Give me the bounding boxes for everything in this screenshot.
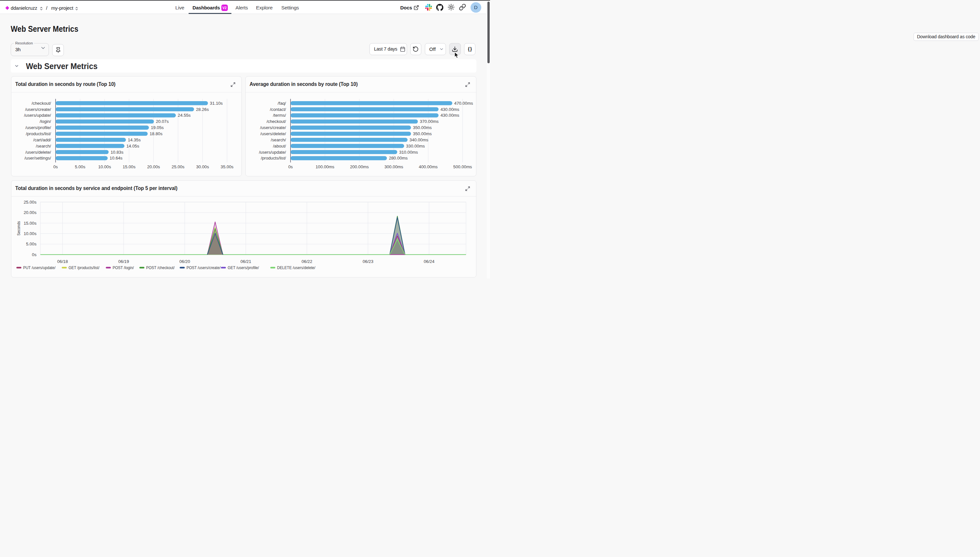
svg-text:370.00ms: 370.00ms [420,119,439,124]
svg-text:30.00s: 30.00s [196,164,209,169]
svg-text:310.00ms: 310.00ms [399,150,418,155]
svg-text:430.00ms: 430.00ms [440,107,459,112]
svg-text:15.00s: 15.00s [23,221,36,226]
svg-text:18.80s: 18.80s [150,131,163,136]
svg-text:20.07s: 20.07s [156,119,169,124]
svg-text:06/21: 06/21 [240,259,251,264]
svg-text:POST /checkout/: POST /checkout/ [146,265,175,270]
svg-text:/users/create/: /users/create/ [260,125,286,130]
svg-text:430.00ms: 430.00ms [440,113,459,118]
svg-text:/users/profile/: /users/profile/ [25,125,51,130]
svg-text:/terms/: /terms/ [273,113,286,118]
svg-text:14.35s: 14.35s [128,137,141,142]
svg-text:25.00s: 25.00s [23,200,36,205]
svg-text:PUT /users/update/: PUT /users/update/ [23,265,55,270]
svg-text:15.00s: 15.00s [122,164,135,169]
svg-text:06/24: 06/24 [424,259,434,264]
svg-text:POST /users/create/: POST /users/create/ [186,265,220,270]
svg-text:/users/delete/: /users/delete/ [25,150,51,155]
svg-text:06/22: 06/22 [301,259,312,264]
svg-text:200.00ms: 200.00ms [350,164,369,169]
svg-text:340.00ms: 340.00ms [409,137,428,142]
svg-text:25.00s: 25.00s [171,164,184,169]
svg-text:20.00s: 20.00s [147,164,160,169]
svg-text:31.10s: 31.10s [210,101,223,106]
svg-text:06/23: 06/23 [362,259,373,264]
svg-text:0s: 0s [288,164,293,169]
svg-text:5.00s: 5.00s [26,241,37,246]
svg-text:0s: 0s [32,252,36,257]
svg-text:28.26s: 28.26s [196,107,209,112]
svg-text:/users/update/: /users/update/ [24,113,51,118]
svg-text:300.00ms: 300.00ms [384,164,403,169]
svg-text:330.00ms: 330.00ms [406,143,425,148]
svg-text:/users/update/: /users/update/ [258,150,286,155]
svg-text:GET /users/profile/: GET /users/profile/ [228,265,259,270]
svg-text:/search/: /search/ [36,143,51,148]
svg-text:06/20: 06/20 [179,259,190,264]
svg-text:GET /products/list/: GET /products/list/ [68,265,99,270]
svg-text:/products/list/: /products/list/ [26,131,51,136]
svg-text:5.00s: 5.00s [75,164,85,169]
svg-text:400.00ms: 400.00ms [419,164,437,169]
svg-text:14.05s: 14.05s [126,143,139,148]
svg-text:350.00ms: 350.00ms [413,131,432,136]
svg-text:350.00ms: 350.00ms [413,125,432,130]
svg-text:/search/: /search/ [271,137,286,142]
svg-text:/contact/: /contact/ [270,107,286,112]
svg-text:/about/: /about/ [273,143,286,148]
svg-text:10.00s: 10.00s [98,164,111,169]
svg-text:470.00ms: 470.00ms [454,101,473,106]
svg-text:POST /login/: POST /login/ [112,265,134,270]
svg-text:/checkout/: /checkout/ [31,101,51,106]
svg-text:06/18: 06/18 [57,259,68,264]
svg-text:20.00s: 20.00s [23,210,36,215]
svg-text:/users/delete/: /users/delete/ [260,131,286,136]
svg-text:24.55s: 24.55s [177,113,190,118]
svg-text:/products/list/: /products/list/ [260,156,286,161]
svg-text:Seconds: Seconds [16,221,21,236]
svg-text:100.00ms: 100.00ms [315,164,334,169]
svg-text:/login/: /login/ [39,119,51,124]
svg-text:10.00s: 10.00s [23,231,36,236]
svg-text:/users/create/: /users/create/ [25,107,51,112]
svg-text:500.00ms: 500.00ms [453,164,472,169]
svg-text:10.83s: 10.83s [111,150,124,155]
svg-text:0s: 0s [53,164,58,169]
svg-text:06/19: 06/19 [118,259,128,264]
svg-text:/faq/: /faq/ [278,101,286,106]
svg-text:10.64s: 10.64s [109,156,122,161]
svg-text:/user/settings/: /user/settings/ [24,156,51,161]
svg-text:35.00s: 35.00s [220,164,233,169]
svg-text:/checkout/: /checkout/ [267,119,286,124]
svg-text:/cart/add/: /cart/add/ [33,137,51,142]
svg-text:280.00ms: 280.00ms [388,156,407,161]
svg-text:19.05s: 19.05s [151,125,164,130]
svg-text:DELETE /users/delete/: DELETE /users/delete/ [277,265,316,270]
